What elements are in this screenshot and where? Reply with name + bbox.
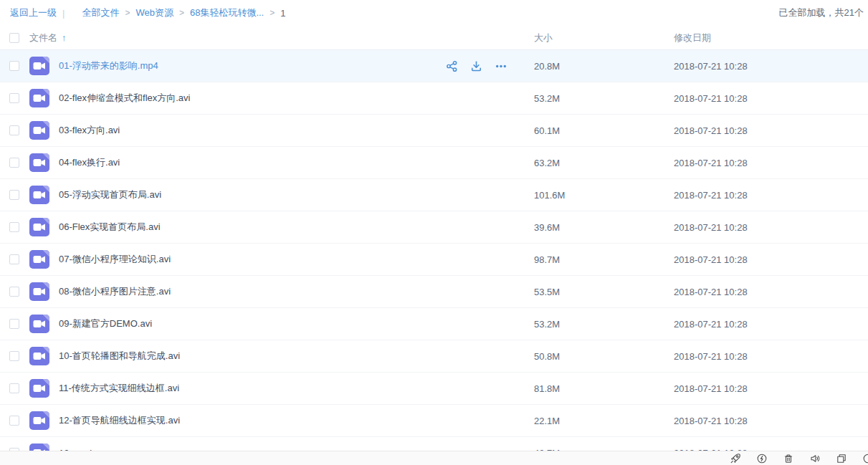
file-modified-date: 2018-07-21 10:28 (674, 351, 868, 362)
file-name-link[interactable]: 02-flex伸缩盒模式和flex方向.avi (59, 92, 190, 103)
row-checkbox[interactable] (9, 158, 19, 168)
speed-icon[interactable] (756, 453, 768, 464)
file-name-cell: 02-flex伸缩盒模式和flex方向.avi (59, 92, 446, 105)
file-name-cell: 08-微信小程序图片注意.avi (59, 285, 446, 298)
breadcrumb-link[interactable]: 全部文件 (82, 6, 119, 19)
file-size: 60.1M (534, 125, 674, 136)
file-name-cell: 11-传统方式实现细线边框.avi (59, 382, 446, 395)
video-file-icon (29, 347, 49, 365)
row-checkbox[interactable] (9, 125, 19, 135)
file-modified-date: 2018-07-21 10:28 (674, 416, 868, 426)
file-name-link[interactable]: 09-新建官方DEMO.avi (59, 318, 152, 329)
download-icon[interactable] (470, 60, 482, 72)
file-name-cell: 10-首页轮播图和导航完成.avi (59, 350, 446, 363)
file-name-link[interactable]: 03-flex方向.avi (59, 125, 120, 135)
file-row[interactable]: 08-微信小程序图片注意.avi (0, 276, 868, 308)
file-row[interactable]: 01-浮动带来的影响.mp4 (0, 50, 868, 82)
row-checkbox[interactable] (9, 93, 19, 103)
file-size: 39.6M (534, 222, 674, 233)
breadcrumb-bar: 返回上一级 | 全部文件 > Web资源 > 68集轻松玩转微... > 1 已… (0, 0, 868, 26)
file-row[interactable]: 12-首页导航细线边框实现.avi (0, 405, 868, 437)
file-name-link[interactable]: 11-传统方式实现细线边框.avi (59, 383, 179, 393)
rocket-icon[interactable] (730, 453, 741, 464)
file-row[interactable]: 07-微信小程序理论知识.avi (0, 244, 868, 276)
file-modified-date: 2018-07-21 10:28 (674, 287, 868, 297)
circle-icon[interactable] (862, 453, 868, 464)
share-icon[interactable] (446, 60, 458, 72)
file-size: 53.2M (534, 319, 674, 330)
file-size: 20.8M (534, 61, 674, 72)
breadcrumb-item: > 68集轻松玩转微... (173, 6, 264, 19)
video-file-icon (29, 121, 49, 140)
breadcrumb-item: > Web资源 (119, 6, 173, 19)
window-restore-icon[interactable] (836, 453, 847, 464)
video-file-icon (29, 89, 49, 107)
sort-ascending-icon: ↑ (62, 32, 67, 43)
file-name-cell: 03-flex方向.avi (59, 124, 446, 137)
row-checkbox[interactable] (9, 351, 19, 361)
row-checkbox[interactable] (9, 61, 19, 71)
file-modified-date: 2018-07-21 10:28 (674, 93, 868, 104)
column-header-date[interactable]: 修改日期 (674, 32, 868, 44)
row-checkbox[interactable] (9, 254, 19, 264)
file-size: 81.8M (534, 383, 674, 394)
breadcrumb-link[interactable]: Web资源 (135, 6, 173, 19)
video-file-icon (29, 411, 49, 430)
file-name-link[interactable]: 05-浮动实现首页布局.avi (59, 189, 161, 200)
row-checkbox[interactable] (9, 416, 19, 426)
row-checkbox[interactable] (9, 222, 19, 232)
row-checkbox[interactable] (9, 383, 19, 393)
file-size: 53.5M (534, 287, 674, 297)
file-row[interactable]: 06-Flex实现首页布局.avi (0, 211, 868, 244)
file-size: 53.2M (534, 93, 674, 104)
column-header-filename[interactable]: 文件名 ↑ (29, 32, 534, 44)
file-modified-date: 2018-07-21 10:28 (674, 254, 868, 265)
row-checkbox[interactable] (9, 319, 19, 329)
video-file-icon (29, 315, 49, 333)
file-name-link[interactable]: 07-微信小程序理论知识.avi (59, 254, 171, 264)
video-file-icon (29, 218, 49, 236)
back-link[interactable]: 返回上一级 (10, 6, 57, 19)
breadcrumb-separator: > (125, 8, 130, 18)
row-actions (446, 60, 534, 72)
file-name-link[interactable]: 12-首页导航细线边框实现.avi (59, 415, 180, 426)
row-checkbox[interactable] (9, 287, 19, 297)
file-row[interactable]: 09-新建官方DEMO.avi (0, 308, 868, 340)
file-size: 101.6M (534, 190, 674, 201)
file-modified-date: 2018-07-21 10:28 (674, 222, 868, 233)
file-name-cell: 04-flex换行.avi (59, 156, 446, 169)
file-row[interactable]: 11-传统方式实现细线边框.avi (0, 373, 868, 405)
file-name-link[interactable]: 08-微信小程序图片注意.avi (59, 286, 171, 297)
row-checkbox[interactable] (9, 190, 19, 200)
cloud-drive-file-manager: { "page": { "status_text": "已全部加载，共21个" … (0, 0, 868, 465)
file-name-link[interactable]: 04-flex换行.avi (59, 157, 120, 168)
breadcrumb: 全部文件 > Web资源 > 68集轻松玩转微... (70, 6, 264, 19)
file-name-cell: 05-浮动实现首页布局.avi (59, 188, 446, 201)
breadcrumb-link[interactable]: 68集轻松玩转微... (190, 6, 264, 19)
file-modified-date: 2018-07-21 10:28 (674, 190, 868, 201)
trash-icon[interactable] (783, 453, 794, 464)
file-row[interactable]: 02-flex伸缩盒模式和flex方向.avi (0, 82, 868, 115)
file-modified-date: 2018-07-21 10:28 (674, 383, 868, 394)
video-file-icon (29, 57, 49, 75)
file-size: 22.1M (534, 416, 674, 426)
file-name-link[interactable]: 01-浮动带来的影响.mp4 (59, 60, 158, 71)
file-row[interactable]: 05-浮动实现首页布局.avi (0, 179, 868, 211)
file-row[interactable]: 03-flex方向.avi (0, 115, 868, 147)
table-header: 文件名 ↑ 大小 修改日期 (0, 26, 868, 50)
video-file-icon (29, 379, 49, 398)
breadcrumb-separator: > (270, 8, 275, 18)
file-row[interactable]: 04-flex换行.avi (0, 147, 868, 179)
video-file-icon (29, 282, 49, 301)
file-row[interactable]: 10-首页轮播图和导航完成.avi (0, 340, 868, 373)
volume-icon[interactable] (809, 453, 821, 464)
file-list: 01-浮动带来的影响.mp4 (0, 50, 868, 465)
breadcrumb-divider: | (62, 8, 65, 19)
file-name-link[interactable]: 06-Flex实现首页布局.avi (59, 221, 161, 232)
file-name-link[interactable]: 10-首页轮播图和导航完成.avi (59, 350, 180, 361)
select-all-checkbox[interactable] (9, 33, 19, 43)
column-header-size[interactable]: 大小 (534, 32, 674, 44)
file-modified-date: 2018-07-21 10:28 (674, 125, 868, 136)
video-file-icon (29, 186, 49, 204)
more-icon[interactable] (495, 60, 507, 72)
